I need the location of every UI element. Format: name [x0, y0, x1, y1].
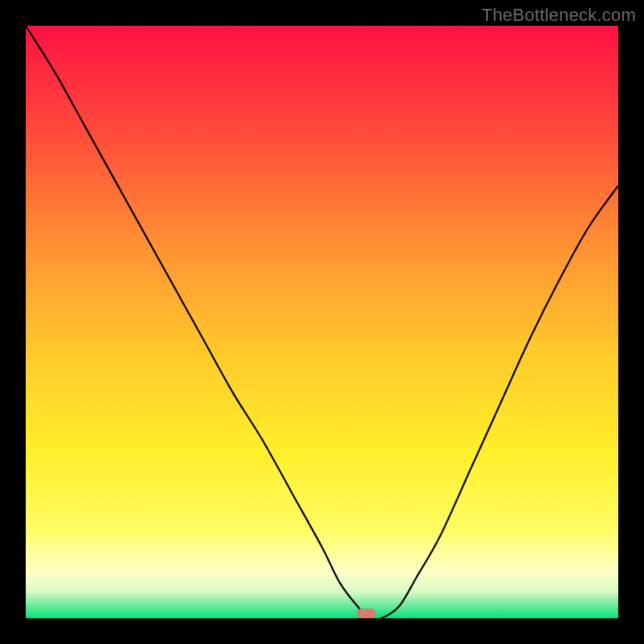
optimum-marker-icon — [357, 609, 376, 618]
watermark-text: TheBottleneck.com — [481, 5, 636, 26]
plot-area — [26, 26, 618, 618]
chart-frame: TheBottleneck.com — [0, 0, 644, 644]
bottleneck-curve — [26, 26, 618, 618]
